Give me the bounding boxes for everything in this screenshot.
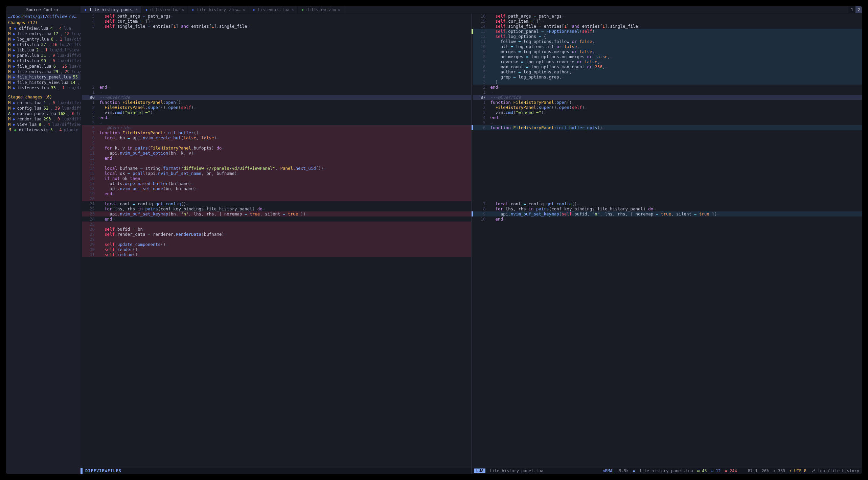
file-row[interactable]: M◆utils.lua99, 0 lua/diffview: [6, 58, 81, 64]
tab-1[interactable]: ◆diffview.lua×: [141, 6, 188, 13]
file-row[interactable]: M◆file_history_panel.lua55, 25: [6, 74, 81, 80]
file-row[interactable]: M◆config.lua52, 39 lua/diffvie: [6, 106, 81, 111]
file-name: diffview.vim: [19, 128, 48, 132]
file-name: listeners.lua: [17, 86, 49, 90]
file-name: render.lua: [17, 117, 41, 121]
deletions: 0: [58, 117, 60, 121]
file-row[interactable]: M◆render.lua293, 0 lua/diffvie: [6, 116, 81, 122]
gutter: 2: [473, 105, 489, 110]
additions: 37: [41, 42, 46, 47]
tab-label: diffview.lua: [150, 7, 180, 12]
file-dir: lua/diffview: [57, 59, 81, 63]
file-row[interactable]: M◆diffview.vim5, 4 plugin: [6, 127, 81, 133]
gutter: 6: [82, 125, 98, 130]
gutter: 17: [82, 181, 98, 186]
file-row[interactable]: A◆option_panel.lua168, 0 lua/d: [6, 111, 81, 116]
file-row[interactable]: M◆file_entry.lua17, 18 lua/dif: [6, 31, 81, 37]
status-letter: M: [8, 26, 12, 31]
code-line: 15 local ok = pcall(api.nvim_buf_set_nam…: [81, 171, 471, 176]
gutter: [473, 145, 489, 151]
file-row[interactable]: M◆utils.lua37, 16 lua/diffview: [6, 42, 81, 47]
gutter: 5: [82, 14, 98, 19]
file-row[interactable]: M◆diffview.lua4, 4 lua: [6, 26, 81, 31]
file-dir: lua/diffview: [60, 42, 81, 47]
code-line: 4end↵: [81, 115, 471, 120]
lua-icon: ◆: [13, 48, 15, 52]
additions: 5: [50, 128, 53, 132]
file-dir: lua/diffview/: [57, 53, 81, 58]
file-row[interactable]: M◆listeners.lua33, 1 lua/diffv: [6, 85, 81, 91]
code-line: 24 end↵: [81, 216, 471, 222]
win-counter-1[interactable]: 1: [848, 6, 855, 13]
diff-pane-right[interactable]: 16 self.path_args = path_args↵15 self.cu…: [471, 14, 862, 474]
editor-window: Source Control ◆file_history_pane…×◆diff…: [6, 6, 862, 474]
status-letter: M: [8, 64, 10, 69]
vim-icon: ◆: [301, 8, 304, 12]
lua-icon: ◆: [13, 37, 15, 42]
status-added: ⊞ 43: [697, 468, 707, 473]
code-line: [472, 171, 862, 176]
gutter: 7: [473, 201, 489, 206]
gutter: 7: [82, 130, 98, 135]
code-line: 15 self.cur_item = {}↵: [472, 19, 862, 24]
file-row[interactable]: M◆colors.lua1, 0 lua/diffview: [6, 100, 81, 106]
diff-pane-left[interactable]: 5 self.path_args = path_args↵4 self.cur_…: [81, 14, 471, 474]
staged-header[interactable]: Staged changes (6): [6, 94, 81, 100]
code-line: 14 local bufname = string.format("diffvi…: [81, 166, 471, 171]
gutter: [473, 176, 489, 181]
close-icon[interactable]: ×: [135, 7, 138, 12]
file-dir: lua/diffvi: [64, 37, 81, 42]
code-line: 9 api.nvim_buf_set_keymap(self.bufid, "n…: [472, 211, 862, 216]
additions: 6: [51, 37, 53, 42]
close-icon[interactable]: ×: [338, 7, 340, 12]
tab-0[interactable]: ◆file_history_pane…×: [81, 6, 141, 13]
code-line: 19 end↵: [81, 191, 471, 196]
gutter: 14: [473, 24, 489, 29]
code-line: 7 reverse = log_options.reverse or false…: [472, 59, 862, 64]
tab-4[interactable]: ◆diffview.vim×: [298, 6, 344, 13]
file-row[interactable]: M◆file_panel.lua6, 25 lua/diff: [6, 64, 81, 69]
win-counter-2[interactable]: 2: [855, 6, 862, 13]
code-line: 2 FileHistoryPanel:super().open(self)↵: [472, 105, 862, 110]
code-line: 9: [81, 140, 471, 145]
code-line: [81, 29, 471, 34]
tab-2[interactable]: ◆file_history_view…×: [188, 6, 249, 13]
code-line: [81, 79, 471, 85]
file-dir: lua/dif: [72, 69, 81, 74]
code-line: 5 author = log_options.author,↵: [472, 69, 862, 74]
file-row[interactable]: M◆panel.lua31, 9 lua/diffview/: [6, 53, 81, 58]
status-letter: M: [8, 128, 12, 132]
file-name: panel.lua: [17, 53, 39, 58]
deletions: 0: [72, 111, 74, 116]
gutter: 2: [473, 85, 489, 90]
vim-icon: ◆: [14, 128, 17, 132]
tab-3[interactable]: ◆listeners.lua×: [249, 6, 298, 13]
file-row[interactable]: M◆log_entry.lua6, 1 lua/diffvi: [6, 37, 81, 42]
file-row[interactable]: M◆lib.lua2, 1 lua/diffview: [6, 47, 81, 53]
close-icon[interactable]: ×: [182, 7, 184, 12]
file-row[interactable]: M◆file_history_view.lua14, 10: [6, 80, 81, 85]
gutter: 10: [473, 44, 489, 49]
close-icon[interactable]: ×: [291, 7, 294, 12]
gutter: [82, 49, 98, 54]
file-row[interactable]: M◆file_entry.lua29, 29 lua/dif: [6, 69, 81, 74]
deletions: 4: [59, 128, 62, 132]
code-line: 1function FileHistoryPanel:open()↵: [81, 100, 471, 105]
deletions: 1: [62, 86, 65, 90]
gutter: [82, 54, 98, 59]
code-line: 17 utils.wipe_named_buffer(bufname)↵: [81, 181, 471, 186]
code-line: 4 grep = log_options.grep,↵: [472, 74, 862, 79]
file-name: file_history_panel.lua: [17, 75, 71, 79]
left-winbar: DIFFVIEWFILES: [81, 468, 471, 474]
lua-icon: ◆: [14, 26, 17, 31]
code-line: 2end↵: [472, 85, 862, 90]
changes-header[interactable]: Changes (12): [6, 20, 81, 26]
deletions: 1: [45, 48, 48, 52]
code-line: [81, 74, 471, 79]
file-row[interactable]: M◆view.lua8, 4 lua/diffview/vi: [6, 122, 81, 127]
gutter: 10: [82, 145, 98, 151]
gutter: 4: [82, 19, 98, 24]
code-line: 13 self.option_panel = FHOptionPanel(sel…: [472, 29, 862, 34]
code-line: 10 end↵: [472, 216, 862, 222]
close-icon[interactable]: ×: [243, 7, 245, 12]
